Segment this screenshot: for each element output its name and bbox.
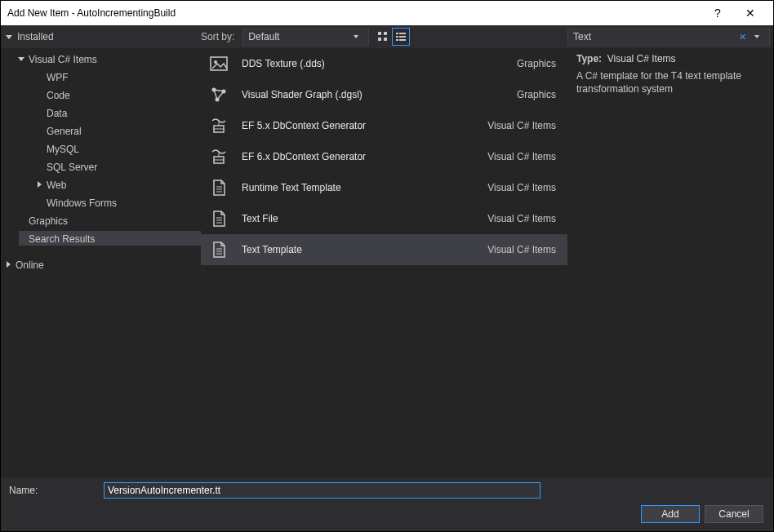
main-area: Visual C# ItemsWPFCodeDataGeneralMySQLSQ…: [1, 48, 773, 477]
tree-node-label: Search Results: [29, 233, 95, 245]
svg-rect-6: [396, 36, 398, 38]
details-pane: Type: Visual C# Items A C# template for …: [567, 48, 773, 477]
tree-node[interactable]: Windows Forms: [37, 195, 201, 210]
chevron-right-icon: [7, 261, 11, 268]
svg-rect-2: [378, 38, 381, 41]
search-box[interactable]: Text ✕: [567, 29, 770, 46]
tree-node-label: WPF: [47, 71, 69, 83]
template-item-category: Visual C# Items: [487, 182, 556, 193]
window-title: Add New Item - AutoIncrementingBuild: [7, 7, 701, 19]
template-item-name: EF 6.x DbContext Generator: [242, 151, 476, 162]
chevron-down-icon: [18, 57, 24, 61]
svg-rect-0: [378, 32, 381, 35]
svg-rect-5: [399, 33, 406, 34]
installed-header[interactable]: Installed: [17, 31, 54, 42]
template-item-category: Visual C# Items: [487, 213, 556, 224]
search-text: Text: [573, 31, 591, 42]
tree-node-label: Windows Forms: [47, 197, 117, 209]
template-item[interactable]: Text TemplateVisual C# Items: [201, 234, 567, 265]
template-item-category: Graphics: [517, 58, 556, 69]
template-item-category: Visual C# Items: [487, 120, 556, 131]
tree-node-label: Code: [47, 89, 70, 101]
close-button[interactable]: ✕: [734, 7, 767, 20]
template-item-category: Visual C# Items: [487, 244, 556, 255]
template-item-name: Visual Shader Graph (.dgsl): [242, 89, 505, 100]
sort-by-label: Sort by:: [201, 31, 234, 42]
dialog-window: Add New Item - AutoIncrementingBuild ? ✕…: [0, 0, 774, 532]
graph-icon: [207, 83, 230, 106]
details-description: A C# template for the T4 text template t…: [576, 69, 765, 95]
list-icon: [395, 31, 407, 42]
cancel-button[interactable]: Cancel: [705, 505, 763, 523]
svg-point-11: [214, 60, 217, 64]
tree-node-label: Data: [47, 107, 67, 119]
tree-node-online[interactable]: Online: [6, 257, 201, 272]
toolbar: Installed Sort by: Default Text ✕: [1, 25, 773, 48]
template-item-name: Text File: [242, 213, 476, 224]
tree-node-label: Graphics: [29, 215, 68, 227]
details-type-value: Visual C# Items: [607, 53, 676, 64]
svg-rect-8: [396, 39, 398, 41]
tree-node[interactable]: Search Results: [19, 231, 201, 246]
svg-rect-3: [384, 38, 387, 41]
help-button[interactable]: ?: [701, 7, 734, 20]
template-item-name: EF 5.x DbContext Generator: [242, 120, 476, 131]
bottom-bar: Name: Add Cancel: [1, 477, 773, 531]
template-item-name: Runtime Text Template: [242, 182, 476, 193]
view-tiles-button[interactable]: [374, 28, 392, 46]
template-item[interactable]: Runtime Text TemplateVisual C# Items: [201, 172, 567, 203]
sort-by-value: Default: [248, 31, 279, 42]
template-item-category: Visual C# Items: [487, 151, 556, 162]
chevron-right-icon: [38, 181, 42, 188]
name-input[interactable]: [104, 482, 540, 499]
template-item[interactable]: Visual Shader Graph (.dgsl)Graphics: [201, 79, 567, 110]
tree-node[interactable]: WPF: [37, 69, 201, 84]
add-button[interactable]: Add: [641, 505, 700, 523]
tree-node[interactable]: MySQL: [37, 141, 201, 156]
svg-rect-9: [399, 39, 406, 41]
details-type-label: Type:: [576, 53, 602, 64]
doc-icon: [207, 176, 230, 199]
template-item[interactable]: EF 5.x DbContext GeneratorVisual C# Item…: [201, 110, 567, 141]
title-bar: Add New Item - AutoIncrementingBuild ? ✕: [1, 1, 773, 25]
tree-node-label: MySQL: [47, 143, 79, 155]
doc-icon: [207, 238, 230, 261]
svg-rect-1: [384, 32, 387, 35]
tree-node[interactable]: General: [37, 123, 201, 138]
tree-node[interactable]: Data: [37, 105, 201, 120]
tree-node-label: Visual C# Items: [29, 53, 97, 65]
grid-icon: [377, 31, 389, 42]
doc-icon: [207, 207, 230, 230]
image-icon: [207, 52, 230, 75]
sort-by-combo[interactable]: Default: [242, 29, 369, 46]
svg-rect-7: [399, 36, 406, 38]
name-label: Name:: [9, 485, 97, 496]
tree-node[interactable]: Visual C# Items: [19, 51, 201, 66]
template-list: DDS Texture (.dds)GraphicsVisual Shader …: [201, 48, 567, 477]
svg-rect-4: [396, 33, 398, 34]
template-item-category: Graphics: [517, 89, 556, 100]
chevron-down-icon[interactable]: [6, 35, 12, 39]
template-item-name: DDS Texture (.dds): [242, 58, 505, 69]
tree-node[interactable]: Web: [37, 177, 201, 192]
tree-node-label: General: [47, 125, 82, 137]
category-tree: Visual C# ItemsWPFCodeDataGeneralMySQLSQ…: [1, 48, 201, 477]
template-item[interactable]: Text FileVisual C# Items: [201, 203, 567, 234]
tree-node[interactable]: Graphics: [19, 213, 201, 228]
chevron-down-icon: [354, 35, 358, 38]
tree-node[interactable]: SQL Server: [37, 159, 201, 174]
template-item[interactable]: DDS Texture (.dds)Graphics: [201, 48, 567, 79]
tree-node-label: Web: [47, 179, 66, 191]
template-item[interactable]: EF 6.x DbContext GeneratorVisual C# Item…: [201, 141, 567, 172]
ef-icon: [207, 145, 230, 168]
template-item-name: Text Template: [242, 244, 476, 255]
view-list-button[interactable]: [392, 28, 410, 46]
ef-icon: [207, 114, 230, 137]
tree-node[interactable]: Code: [37, 87, 201, 102]
tree-node-label: SQL Server: [47, 161, 97, 173]
clear-search-button[interactable]: ✕: [734, 32, 751, 42]
chevron-down-icon[interactable]: [754, 35, 759, 38]
